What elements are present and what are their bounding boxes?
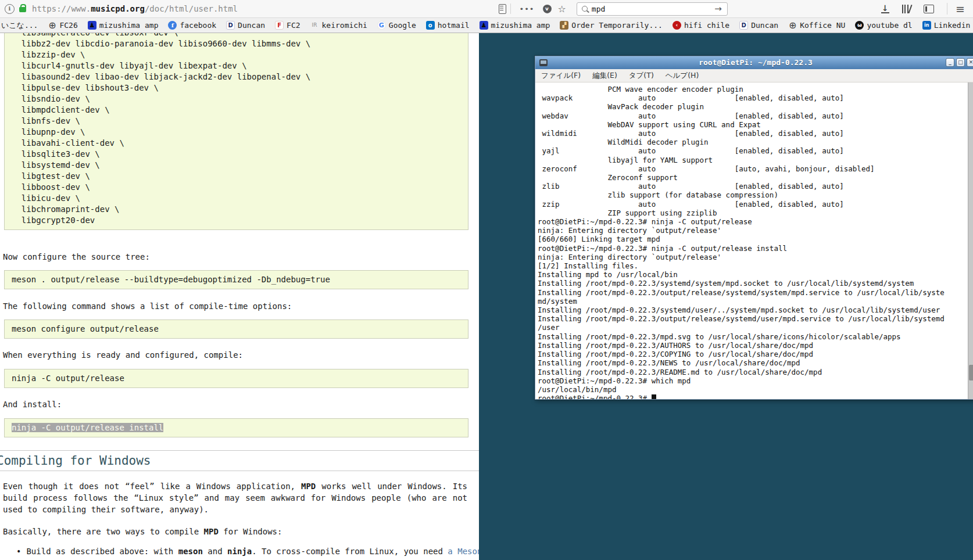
bookmark-item[interactable]: ohotmail — [426, 21, 470, 30]
order-icon: ▞ — [560, 21, 568, 30]
g-icon: G — [377, 21, 386, 30]
search-input[interactable]: mpd — [592, 5, 714, 13]
text-run: for Windows: — [219, 527, 282, 536]
list-item: • Build as described above: with meson a… — [16, 546, 479, 557]
bookmark-item[interactable]: ⊕FC26 — [48, 21, 77, 30]
menu-icon[interactable]: ≡ — [956, 2, 965, 15]
browser-navbar: i https://www.musicpd.org/doc/html/user.… — [0, 0, 973, 18]
code-block-meson: meson . output/release --buildtype=debug… — [4, 270, 468, 289]
bullet-marker: • — [16, 546, 21, 557]
search-field[interactable]: mpd → — [577, 2, 728, 16]
maximize-button[interactable]: □ — [956, 58, 965, 67]
url-domain: musicpd.org — [91, 4, 145, 13]
terminal-title: root@DietPi: ~/mpd-0.22.3 — [535, 56, 973, 69]
url-bar[interactable]: https://www.musicpd.org/doc/html/user.ht… — [32, 4, 238, 13]
reader-mode-icon[interactable] — [499, 4, 506, 14]
toolbar-separator — [947, 3, 947, 15]
text-run: . To cross-compile from Linux, you need — [252, 547, 448, 556]
meson-link[interactable]: a Meson — [448, 547, 479, 556]
menu-edit[interactable]: 編集(E) — [592, 71, 617, 81]
paragraph-options: The following command shows a list of co… — [3, 301, 467, 311]
meson-bold: meson — [178, 547, 203, 556]
bookmark-label: Linkedin — [934, 21, 971, 30]
bookmark-label: いこな... — [1, 20, 38, 31]
bookmark-item[interactable]: inLinkedin — [922, 21, 971, 30]
menu-help[interactable]: ヘルプ(H) — [666, 71, 699, 81]
prompt-text: root@DietPi:~/mpd-0.22.3# — [538, 394, 652, 399]
terminal-cursor — [652, 394, 656, 399]
bookmarks-bar: いこな...⊕FC26♟mizushima ampffacebookDDunca… — [0, 18, 973, 33]
bookmark-label: mizushima amp — [99, 21, 159, 30]
search-icon — [582, 6, 588, 12]
menu-tab[interactable]: タブ(T) — [629, 71, 654, 81]
terminal-scrollbar[interactable] — [968, 82, 973, 399]
bookmark-item[interactable]: IRkeiromichi — [310, 21, 367, 30]
duncan-icon: D — [226, 21, 235, 30]
url-path: /doc/html/user.html — [145, 4, 238, 13]
terminal-titlebar[interactable]: root@DietPi: ~/mpd-0.22.3 _ □ ✕ — [535, 56, 973, 69]
mpd-bold: MPD — [301, 482, 316, 491]
hifi-icon: ‹ — [672, 21, 681, 30]
lock-icon[interactable] — [19, 7, 26, 12]
bookmark-label: Google — [389, 21, 416, 30]
bookmark-item[interactable]: ffacebook — [168, 21, 216, 30]
bookmark-label: FC2 — [287, 21, 300, 30]
selected-text: ninja -C output/release install — [12, 423, 163, 432]
code-block-meson-configure: meson configure output/release — [4, 320, 468, 339]
terminal-body[interactable]: PCM wave encoder encoder plugin wavpack … — [535, 82, 973, 399]
bookmark-item[interactable]: ‹hifi chile — [672, 21, 729, 30]
paragraph-compile: When everything is ready and configured,… — [3, 350, 467, 360]
page-content: libsamplerate0-dev libsoxr-dev \ libbz2-… — [0, 33, 479, 560]
url-scheme: https://www. — [32, 4, 91, 13]
site-info-icon[interactable]: i — [5, 4, 15, 14]
bookmark-label: hifi chile — [684, 21, 729, 30]
bookmark-item[interactable]: ♟mizushima amp — [88, 21, 159, 30]
bookmark-item[interactable]: ωyoutube dl — [855, 21, 912, 30]
bookmark-item[interactable]: ⊕Koffice NU — [788, 21, 845, 30]
terminal-prompt-line: root@DietPi:~/mpd-0.22.3# — [535, 394, 973, 399]
gh-icon: ω — [855, 21, 864, 30]
bookmark-item[interactable]: ▞Order Temporarily... — [560, 21, 663, 30]
pocket-icon[interactable]: v — [543, 5, 552, 13]
bookmark-label: Duncan — [238, 21, 265, 30]
bookmark-item[interactable]: いこな... — [1, 20, 38, 31]
minimize-button[interactable]: _ — [946, 58, 954, 67]
hot-icon: o — [426, 21, 435, 30]
close-button[interactable]: ✕ — [967, 58, 973, 67]
text-run: Basically, there are two ways to compile — [3, 527, 204, 536]
bookmark-item[interactable]: DDuncan — [739, 21, 778, 30]
heading-compiling-for-windows: Compiling for Windows — [0, 453, 479, 468]
paragraph-configure: Now configure the source tree: — [3, 252, 467, 261]
bookmark-label: FC26 — [59, 21, 77, 30]
page-actions-icon[interactable]: ••• — [519, 5, 534, 13]
bookmark-item[interactable]: ♟mizushima amp — [480, 21, 550, 30]
bookmark-label: mizushima amp — [491, 21, 550, 30]
bookmark-label: Order Temporarily... — [571, 21, 663, 30]
section-heading-wrap: Compiling for Windows — [0, 450, 479, 471]
paragraph-two-ways: Basically, there are two ways to compile… — [3, 526, 467, 537]
paragraph-windows-intro: Even though it does not “feel” like a Wi… — [3, 480, 467, 515]
bookmark-item[interactable]: DDuncan — [226, 21, 265, 30]
bullet-text: Build as described above: with meson and… — [26, 546, 479, 557]
fb-icon: f — [168, 21, 177, 30]
bookmark-item[interactable]: FFC2 — [275, 21, 300, 30]
bookmark-label: facebook — [180, 21, 216, 30]
terminal-menubar: ファイル(F) 編集(E) タブ(T) ヘルプ(H) — [535, 69, 973, 82]
bookmark-label: keiromichi — [322, 21, 367, 30]
menu-file[interactable]: ファイル(F) — [541, 71, 581, 81]
library-icon[interactable] — [902, 5, 911, 13]
bookmark-label: Koffice NU — [800, 21, 845, 30]
search-go-icon[interactable]: → — [714, 3, 722, 14]
sidebar-toggle-icon[interactable] — [924, 5, 934, 13]
globe-icon: ⊕ — [788, 21, 797, 30]
downloads-icon[interactable]: ↓ — [881, 5, 889, 13]
bookmark-label: Duncan — [751, 21, 778, 30]
navbar-separator — [510, 3, 511, 14]
bookmark-star-icon[interactable]: ☆ — [558, 3, 566, 15]
bookmark-item[interactable]: GGoogle — [377, 21, 416, 30]
bookmark-label: youtube dl — [867, 21, 912, 30]
text-run: Even though it does not “feel” like a Wi… — [3, 482, 301, 491]
text-run: Build as described above: with — [26, 547, 178, 556]
terminal-scrollbar-thumb[interactable] — [969, 365, 973, 380]
text-run: and — [203, 547, 227, 556]
